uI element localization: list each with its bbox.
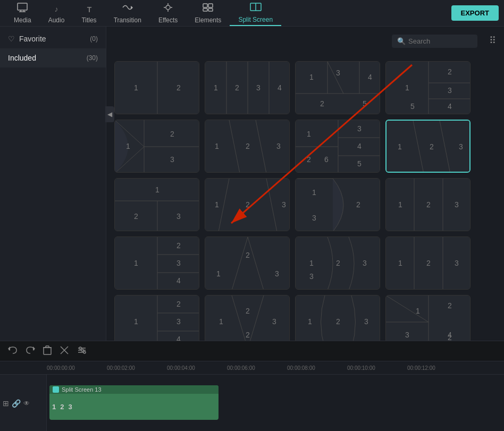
svg-rect-0 [18, 3, 27, 10]
track-control-row: ⊞ 🔗 👁 [3, 399, 44, 408]
layout-5-cells[interactable]: 1 3 4 2 5 [295, 61, 380, 114]
export-button[interactable]: EXPORT [451, 5, 499, 21]
search-icon: 🔍 [397, 37, 406, 45]
layout-3-equal-vertical[interactable]: 1 2 3 [385, 178, 471, 231]
svg-point-173 [83, 351, 86, 353]
layout-5-cells-2[interactable]: 1 2 3 4 5 [385, 61, 471, 114]
svg-text:2: 2 [134, 212, 138, 221]
svg-text:2: 2 [170, 130, 174, 138]
svg-text:1: 1 [219, 317, 223, 326]
adjust-button[interactable] [77, 346, 87, 357]
svg-text:4: 4 [278, 83, 282, 92]
svg-text:2: 2 [356, 200, 360, 209]
svg-text:1: 1 [134, 259, 138, 267]
track-area[interactable]: Split Screen 13 1 2 3 [47, 375, 504, 431]
svg-text:2: 2 [177, 83, 181, 92]
track-mute-button[interactable]: 👁 [23, 400, 30, 407]
svg-text:3: 3 [309, 272, 314, 281]
sidebar-item-favorite[interactable]: ♡ Favorite (0) [0, 29, 106, 48]
svg-text:1: 1 [216, 269, 221, 278]
delete-button[interactable] [43, 345, 52, 357]
ruler-mark-5: 00:00:10:00 [347, 365, 407, 371]
svg-text:3: 3 [459, 142, 463, 151]
svg-rect-161 [44, 348, 51, 354]
timeline-clip[interactable]: Split Screen 13 1 2 3 [49, 385, 219, 420]
layout-2-equal[interactable]: 12 [114, 61, 199, 114]
toolbar-audio[interactable]: ♪ Audio [40, 0, 73, 26]
svg-text:6: 6 [324, 155, 329, 164]
svg-text:1: 1 [308, 317, 312, 326]
grid-view-icon[interactable]: ⠿ [489, 35, 496, 46]
heart-icon: ♡ [8, 35, 15, 43]
cut-button[interactable] [60, 345, 69, 357]
svg-text:3: 3 [357, 124, 362, 133]
redo-button[interactable] [26, 346, 35, 357]
ruler-mark-2: 00:00:04:00 [167, 365, 227, 371]
toolbar-media[interactable]: Media [5, 0, 40, 26]
ruler-mark-0: 00:00:00:00 [47, 365, 107, 371]
svg-text:2: 2 [235, 83, 239, 92]
svg-text:5: 5 [357, 159, 362, 168]
sidebar-included-label: Included [8, 54, 36, 62]
layout-3-equal-h[interactable]: 1 2 3 [385, 236, 471, 290]
svg-text:2: 2 [177, 300, 181, 308]
toolbar-effects[interactable]: Effects [150, 0, 186, 26]
svg-text:1: 1 [307, 130, 311, 138]
layout-3-diagonal[interactable]: 1 2 3 [205, 120, 290, 173]
search-bar: 🔍 [392, 35, 477, 48]
svg-text:3: 3 [363, 259, 367, 267]
layout-6-cells[interactable]: 1 2 3 4 5 6 [295, 120, 380, 173]
toolbar-split-screen-label: Split Screen [238, 16, 273, 23]
toolbar-elements[interactable]: Elements [186, 0, 230, 26]
layout-3-trapezoid[interactable]: 1 2 3 [205, 178, 290, 231]
svg-text:3: 3 [177, 259, 181, 267]
timeline-toolbar [0, 341, 504, 361]
layout-1-left-2-right[interactable]: 1 2 3 [114, 120, 199, 173]
layout-4-unequal[interactable]: 1 2 3 4 2 [385, 295, 471, 341]
track-link-button[interactable]: 🔗 [12, 399, 21, 408]
main-toolbar: Media ♪ Audio T Titles Transition Effect… [0, 0, 504, 27]
layout-4-equal[interactable]: 1234 [205, 61, 290, 114]
svg-text:5: 5 [410, 102, 415, 111]
svg-text:5: 5 [363, 99, 367, 108]
sidebar: ♡ Favorite (0) Included (30) ◀ [0, 27, 106, 341]
svg-text:2: 2 [426, 200, 431, 209]
svg-text:1: 1 [126, 142, 130, 150]
layout-3-curved[interactable]: 1 2 3 [295, 295, 380, 341]
layout-1-left-3-right[interactable]: 1 2 3 4 [114, 236, 199, 290]
svg-rect-12 [203, 4, 207, 7]
svg-text:2: 2 [246, 307, 250, 315]
svg-text:1: 1 [405, 83, 409, 92]
svg-text:3: 3 [272, 317, 276, 326]
svg-text:3: 3 [364, 317, 368, 326]
sidebar-collapse-button[interactable]: ◀ [105, 106, 114, 122]
toolbar-elements-label: Elements [195, 16, 221, 24]
layout-3-skewed-selected[interactable]: 1 2 3 [385, 120, 471, 173]
search-input[interactable] [408, 37, 472, 45]
layout-1-top-2-bottom[interactable]: 1 2 3 [114, 178, 199, 231]
svg-text:1: 1 [416, 307, 420, 315]
svg-text:4: 4 [357, 142, 362, 150]
layout-3-curve[interactable]: 1 2 3 3 [295, 236, 380, 290]
ruler-mark-1: 00:00:02:00 [107, 365, 167, 371]
svg-point-172 [81, 349, 83, 351]
layout-1-large-2-small[interactable]: 1 3 2 [295, 178, 380, 231]
layout-3-diagonal-v2[interactable]: 1 2 3 [205, 236, 290, 290]
track-thumbnail-button[interactable]: ⊞ [3, 399, 9, 408]
svg-text:1: 1 [155, 185, 159, 194]
sidebar-item-included[interactable]: Included (30) [0, 48, 106, 67]
clip-header: Split Screen 13 [49, 385, 219, 394]
svg-rect-14 [203, 9, 207, 11]
toolbar-transition[interactable]: Transition [105, 0, 150, 26]
toolbar-titles[interactable]: T Titles [73, 0, 105, 26]
clip-header-icon [53, 386, 59, 393]
layout-1-3-right[interactable]: 1 2 3 4 [114, 295, 199, 341]
ruler-mark-3: 00:00:06:00 [227, 365, 287, 371]
titles-icon: T [85, 3, 94, 15]
split-screen-icon [250, 2, 262, 14]
undo-button[interactable] [8, 346, 18, 357]
svg-point-7 [166, 5, 170, 10]
layout-fan[interactable]: 1 2 3 2 [205, 295, 290, 341]
toolbar-split-screen[interactable]: Split Screen [230, 0, 281, 26]
svg-text:3: 3 [282, 200, 286, 209]
